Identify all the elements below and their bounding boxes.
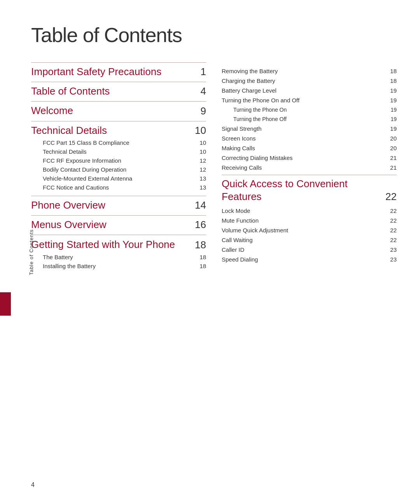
list-item: Vehicle-Mounted External Antenna 13: [31, 174, 206, 183]
section-page: 1: [197, 66, 206, 78]
red-tab: [0, 292, 11, 316]
section-heading: Table of Contents: [31, 85, 110, 97]
divider: [222, 175, 397, 175]
quick-access-heading: Quick Access to Convenient Features: [222, 177, 382, 203]
section-toc: Table of Contents 4: [31, 82, 206, 97]
section-page: 9: [197, 105, 206, 117]
columns-container: Important Safety Precautions 1 Table of …: [31, 62, 397, 274]
heading-row: Getting Started with Your Phone 18: [31, 238, 206, 251]
page-number: 4: [31, 481, 35, 488]
side-label: Table of Contents: [28, 221, 34, 283]
section-welcome: Welcome 9: [31, 101, 206, 117]
section-page: 4: [197, 85, 206, 97]
page: Table of Contents 4 Table of Contents Im…: [0, 0, 420, 504]
list-item: Charging the Battery 18: [222, 76, 397, 86]
section-heading: Welcome: [31, 105, 73, 117]
section-heading: Technical Details: [31, 125, 107, 137]
list-item: Turning the Phone On 19: [222, 105, 397, 114]
list-item: Call Waiting 22: [222, 235, 397, 245]
heading-row: Menus Overview 16: [31, 219, 206, 231]
section-page: 14: [191, 199, 206, 211]
list-item: Installing the Battery 18: [31, 262, 206, 270]
list-item: FCC RF Exposure Information 12: [31, 156, 206, 165]
list-item: The Battery 18: [31, 253, 206, 262]
section-heading: Important Safety Precautions: [31, 66, 161, 78]
main-content: Table of Contents Important Safety Preca…: [31, 23, 397, 274]
heading-row: Technical Details 10: [31, 125, 206, 137]
list-item: FCC Part 15 Class B Compliance 10: [31, 138, 206, 147]
right-column: Removing the Battery 18 Charging the Bat…: [222, 62, 397, 264]
section-page: 18: [191, 239, 206, 251]
section-heading: Menus Overview: [31, 219, 107, 231]
section-phone-overview: Phone Overview 14: [31, 196, 206, 211]
heading-row: Welcome 9: [31, 105, 206, 117]
list-item: Mute Function 22: [222, 216, 397, 225]
section-heading: Phone Overview: [31, 199, 105, 211]
heading-row: Important Safety Precautions 1: [31, 66, 206, 78]
list-item: Bodily Contact During Operation 12: [31, 165, 206, 174]
quick-access-page: 22: [382, 191, 397, 203]
divider: [31, 235, 206, 235]
left-column: Important Safety Precautions 1 Table of …: [31, 62, 206, 274]
list-item: FCC Notice and Cautions 13: [31, 183, 206, 192]
list-item: Lock Mode 22: [222, 206, 397, 216]
main-title: Table of Contents: [31, 23, 397, 47]
divider: [31, 215, 206, 216]
divider: [31, 82, 206, 82]
list-item: Battery Charge Level 19: [222, 86, 397, 95]
list-item: Speed Dialing 23: [222, 255, 397, 264]
list-item: Correcting Dialing Mistakes 21: [222, 153, 397, 163]
section-heading: Getting Started with Your Phone: [31, 238, 175, 251]
section-getting-started: Getting Started with Your Phone 18 The B…: [31, 235, 206, 270]
section-page: 16: [191, 219, 206, 231]
list-item: Turning the Phone Off 19: [222, 114, 397, 124]
list-item: Volume Quick Adjustment 22: [222, 225, 397, 235]
quick-access-heading-row: Quick Access to Convenient Features 22: [222, 177, 397, 203]
section-page: 10: [191, 125, 206, 137]
section-technical-details: Technical Details 10 FCC Part 15 Class B…: [31, 121, 206, 192]
list-item: Screen Icons 20: [222, 133, 397, 143]
section-menus-overview: Menus Overview 16: [31, 215, 206, 231]
list-item: Making Calls 20: [222, 143, 397, 153]
list-item: Receiving Calls 21: [222, 163, 397, 172]
section-important-safety: Important Safety Precautions 1: [31, 62, 206, 78]
list-item: Technical Details 10: [31, 147, 206, 156]
list-item: Signal Strength 19: [222, 124, 397, 133]
divider: [31, 196, 206, 196]
divider: [31, 101, 206, 102]
divider: [31, 121, 206, 121]
list-item: Caller ID 23: [222, 245, 397, 255]
list-item: Removing the Battery 18: [222, 66, 397, 76]
divider: [31, 62, 206, 63]
heading-row: Table of Contents 4: [31, 85, 206, 97]
heading-row: Phone Overview 14: [31, 199, 206, 211]
list-item: Turning the Phone On and Off 19: [222, 95, 397, 105]
